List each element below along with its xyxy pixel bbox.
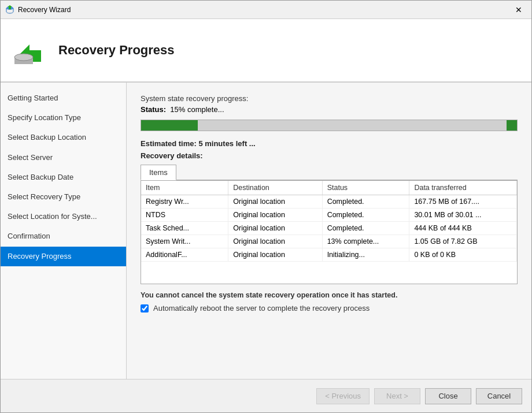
sidebar-item-recovery-progress[interactable]: Recovery Progress: [1, 247, 126, 266]
sidebar-item-confirmation[interactable]: Confirmation: [1, 226, 126, 246]
status-line: Status: 15% complete...: [141, 105, 518, 114]
items-table-container[interactable]: Item Destination Status Data transferred…: [141, 180, 518, 284]
row1-destination: Original location: [228, 195, 322, 209]
sidebar-item-getting-started[interactable]: Getting Started: [1, 88, 126, 108]
row4-status: 13% complete...: [322, 235, 409, 248]
close-window-button[interactable]: ✕: [511, 4, 527, 16]
row1-data: 167.75 MB of 167....: [409, 195, 517, 209]
auto-reboot-row: Automatically reboot the server to compl…: [141, 304, 518, 312]
row2-status: Completed.: [322, 209, 409, 222]
app-icon: [5, 5, 14, 14]
estimated-time: Estimated time: 5 minutes left ...: [141, 139, 518, 148]
close-button[interactable]: Close: [425, 388, 471, 404]
row5-destination: Original location: [228, 248, 322, 262]
row4-data: 1.05 GB of 7.82 GB: [409, 235, 517, 248]
auto-reboot-checkbox[interactable]: [141, 304, 149, 312]
col-item: Item: [141, 181, 228, 195]
row1-item: Registry Wr...: [141, 195, 228, 209]
row3-status: Completed.: [322, 222, 409, 235]
row5-item: AdditionalF...: [141, 248, 228, 262]
content-area: Getting Started Specify Location Type Se…: [1, 83, 531, 379]
row2-data: 30.01 MB of 30.01 ...: [409, 209, 517, 222]
table-row: System Writ... Original location 13% com…: [141, 235, 517, 248]
window-title: Recovery Wizard: [18, 6, 511, 14]
recovery-wizard-window: Recovery Wizard ✕ Recovery Progress Gett…: [0, 0, 532, 413]
col-status: Status: [322, 181, 409, 195]
main-content: System state recovery progress: Status: …: [127, 83, 531, 379]
tab-bar: Items: [141, 165, 518, 180]
sidebar-item-select-recovery-type[interactable]: Select Recovery Type: [1, 187, 126, 207]
row2-item: NTDS: [141, 209, 228, 222]
row5-status: Initializing...: [322, 248, 409, 262]
table-row: AdditionalF... Original location Initial…: [141, 248, 517, 262]
previous-button[interactable]: < Previous: [316, 388, 370, 404]
header-icon: [12, 33, 47, 68]
progress-bar-end-indicator: [507, 120, 517, 131]
sidebar-item-select-server[interactable]: Select Server: [1, 148, 126, 168]
auto-reboot-label[interactable]: Automatically reboot the server to compl…: [153, 304, 370, 312]
row3-destination: Original location: [228, 222, 322, 235]
title-bar: Recovery Wizard ✕: [1, 1, 531, 19]
warning-text: You cannot cancel the system state recov…: [141, 291, 518, 299]
sidebar-item-select-location[interactable]: Select Location for Syste...: [1, 207, 126, 226]
items-table: Item Destination Status Data transferred…: [141, 181, 517, 262]
table-row: Task Sched... Original location Complete…: [141, 222, 517, 235]
row5-data: 0 KB of 0 KB: [409, 248, 517, 262]
row4-item: System Writ...: [141, 235, 228, 248]
progress-bar-container: [141, 120, 518, 131]
page-title: Recovery Progress: [58, 43, 175, 58]
table-row: Registry Wr... Original location Complet…: [141, 195, 517, 209]
footer: < Previous Next > Close Cancel: [1, 379, 531, 412]
sidebar: Getting Started Specify Location Type Se…: [1, 83, 127, 379]
row2-destination: Original location: [228, 209, 322, 222]
tab-items[interactable]: Items: [141, 165, 176, 180]
row4-destination: Original location: [228, 235, 322, 248]
progress-bar-fill: [141, 120, 198, 131]
sidebar-item-select-backup-date[interactable]: Select Backup Date: [1, 168, 126, 187]
next-button[interactable]: Next >: [374, 388, 420, 404]
col-destination: Destination: [228, 181, 322, 195]
table-row: NTDS Original location Completed. 30.01 …: [141, 209, 517, 222]
status-label: Status:: [141, 105, 166, 114]
header-section: Recovery Progress: [1, 19, 531, 83]
row3-data: 444 KB of 444 KB: [409, 222, 517, 235]
sidebar-item-specify-location-type[interactable]: Specify Location Type: [1, 108, 126, 128]
cancel-button[interactable]: Cancel: [476, 388, 522, 404]
system-state-label: System state recovery progress:: [141, 94, 518, 103]
row3-item: Task Sched...: [141, 222, 228, 235]
sidebar-item-select-backup-location[interactable]: Select Backup Location: [1, 128, 126, 147]
recovery-details-label: Recovery details:: [141, 151, 518, 160]
col-data-transferred: Data transferred: [409, 181, 517, 195]
row1-status: Completed.: [322, 195, 409, 209]
status-value: 15% complete...: [170, 105, 224, 114]
